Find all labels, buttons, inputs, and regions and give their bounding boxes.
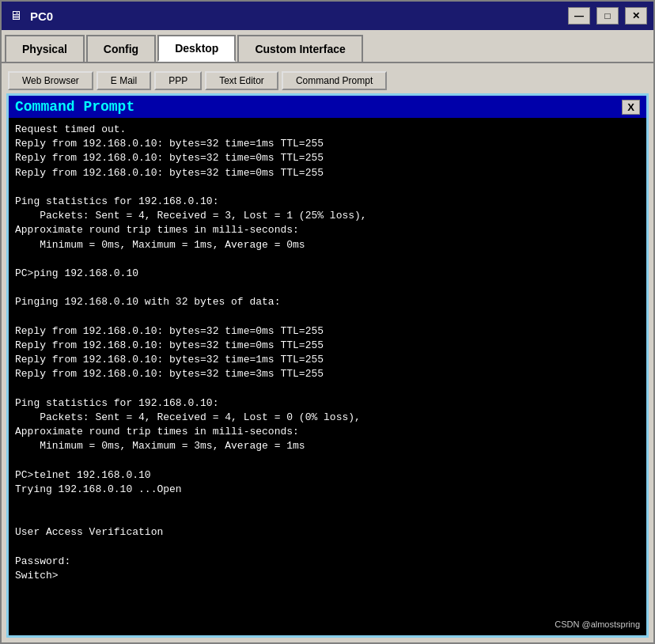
terminal-line: Reply from 192.168.0.10: bytes=32 time=1… — [15, 353, 640, 367]
close-button[interactable]: ✕ — [625, 7, 647, 25]
terminal-line — [15, 180, 640, 195]
terminal-line: Request timed out. — [15, 123, 640, 137]
app-icon: 🖥 — [8, 8, 24, 24]
content-area: Web Browser E Mail PPP Text Editor Comma… — [2, 63, 653, 642]
terminal-line — [15, 309, 640, 324]
terminal-line: Reply from 192.168.0.10: bytes=32 time=0… — [15, 166, 640, 180]
terminal-line: User Access Verification — [15, 525, 640, 540]
terminal-line: Pinging 192.168.0.10 with 32 bytes of da… — [15, 295, 640, 309]
terminal-line: Reply from 192.168.0.10: bytes=32 time=0… — [15, 339, 640, 353]
tab-bar: Physical Config Desktop Custom Interface — [2, 30, 653, 63]
toolbar-btn-1[interactable]: Web Browser — [8, 71, 93, 90]
terminal-line — [15, 381, 640, 396]
terminal-line — [15, 540, 640, 554]
command-prompt-title: Command Prompt — [15, 99, 134, 115]
terminal-line: Packets: Sent = 4, Received = 4, Lost = … — [15, 411, 640, 425]
terminal-line: Ping statistics for 192.168.0.10: — [15, 195, 640, 209]
terminal-line: PC>ping 192.168.0.10 — [15, 267, 640, 281]
toolbar-btn-3[interactable]: PPP — [154, 71, 202, 90]
terminal-line: Trying 192.168.0.10 ...Open — [15, 483, 640, 497]
terminal-line: Reply from 192.168.0.10: bytes=32 time=0… — [15, 324, 640, 339]
minimize-button[interactable]: — — [568, 7, 590, 25]
toolbar-btn-5[interactable]: Command Prompt — [282, 71, 387, 90]
terminal-output[interactable]: Request timed out.Reply from 192.168.0.1… — [9, 118, 646, 635]
tab-desktop[interactable]: Desktop — [157, 35, 236, 62]
terminal-line: Minimum = 0ms, Maximum = 1ms, Average = … — [15, 238, 640, 252]
window-controls: — □ ✕ — [568, 7, 647, 25]
terminal-line: Reply from 192.168.0.10: bytes=32 time=0… — [15, 151, 640, 165]
tab-config[interactable]: Config — [86, 35, 156, 62]
command-prompt-window: Command Prompt X Request timed out.Reply… — [6, 93, 649, 638]
tab-physical[interactable]: Physical — [5, 35, 85, 62]
terminal-line: Ping statistics for 192.168.0.10: — [15, 396, 640, 411]
terminal-line: Approximate round trip times in milli-se… — [15, 223, 640, 237]
terminal-line — [15, 281, 640, 295]
command-prompt-titlebar: Command Prompt X — [9, 96, 646, 118]
terminal-line — [15, 497, 640, 511]
terminal-line: Packets: Sent = 4, Received = 3, Lost = … — [15, 209, 640, 223]
terminal-line — [15, 511, 640, 525]
terminal-line: PC>telnet 192.168.0.10 — [15, 468, 640, 483]
tab-custom-interface[interactable]: Custom Interface — [237, 35, 362, 62]
terminal-line — [15, 453, 640, 468]
terminal-line: Switch> — [15, 569, 640, 583]
command-prompt-close-button[interactable]: X — [622, 100, 640, 115]
toolbar-btn-2[interactable]: E Mail — [97, 71, 151, 90]
terminal-line: Minimum = 0ms, Maximum = 3ms, Average = … — [15, 439, 640, 453]
toolbar-btn-4[interactable]: Text Editor — [205, 71, 278, 90]
terminal-line: Reply from 192.168.0.10: bytes=32 time=1… — [15, 137, 640, 151]
terminal-line: Password: — [15, 555, 640, 569]
main-window: 🖥 PC0 — □ ✕ Physical Config Desktop Cust… — [0, 0, 655, 644]
maximize-button[interactable]: □ — [596, 7, 619, 25]
title-bar: 🖥 PC0 — □ ✕ — [2, 2, 653, 30]
watermark: CSDN @almostspring — [555, 619, 640, 631]
window-title: PC0 — [30, 9, 568, 23]
terminal-line: Approximate round trip times in milli-se… — [15, 425, 640, 439]
desktop-toolbar: Web Browser E Mail PPP Text Editor Comma… — [6, 68, 649, 93]
terminal-line — [15, 252, 640, 267]
terminal-line: Reply from 192.168.0.10: bytes=32 time=3… — [15, 367, 640, 381]
